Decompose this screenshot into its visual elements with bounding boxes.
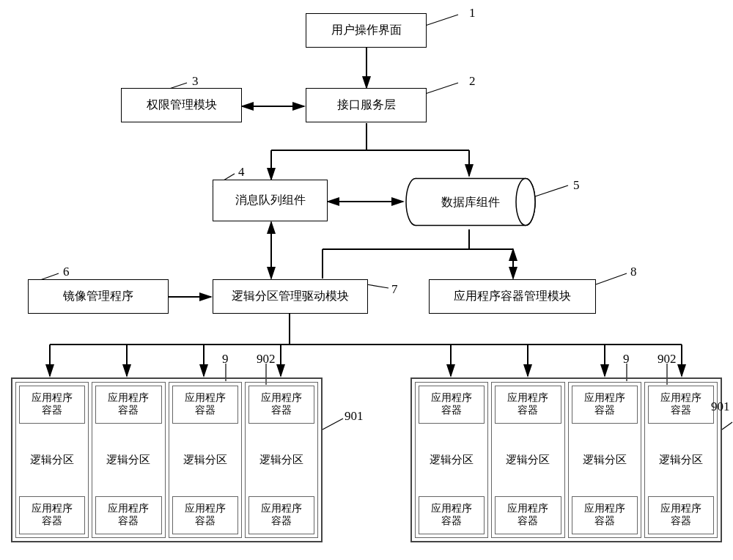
num-1: 1: [469, 6, 476, 21]
logic-partition-label: 逻辑分区: [95, 444, 161, 476]
logic-partition-col: 应用程序 容器 逻辑分区 应用程序 容器: [415, 382, 488, 538]
node-label: 用户操作界面: [331, 23, 402, 38]
node-interface-service: 接口服务层: [306, 88, 427, 122]
node-image-mgmt: 镜像管理程序: [28, 279, 169, 314]
node-label: 数据库组件: [405, 194, 537, 210]
app-container-cell: 应用程序 容器: [419, 496, 485, 534]
app-container-cell: 应用程序 容器: [419, 386, 485, 424]
app-container-cell: 应用程序 容器: [95, 496, 161, 534]
svg-line-37: [722, 422, 732, 430]
server-group-left: 应用程序 容器 逻辑分区 应用程序 容器 应用程序 容器 逻辑分区 应用程序 容…: [11, 377, 323, 542]
logic-partition-label: 逻辑分区: [248, 444, 314, 476]
app-container-cell: 应用程序 容器: [648, 496, 714, 534]
node-user-interface: 用户操作界面: [306, 13, 427, 48]
node-label: 权限管理模块: [147, 97, 217, 113]
svg-line-34: [323, 419, 343, 430]
node-label: 镜像管理程序: [63, 289, 133, 304]
logic-partition-col: 应用程序 容器 逻辑分区 应用程序 容器: [15, 382, 89, 538]
logic-partition-label: 逻辑分区: [419, 444, 485, 476]
svg-line-30: [366, 284, 388, 288]
num-6: 6: [63, 265, 70, 279]
logic-partition-col: 应用程序 容器 逻辑分区 应用程序 容器: [245, 382, 318, 538]
node-label: 接口服务层: [337, 97, 396, 113]
num-902: 902: [257, 352, 276, 366]
num-5: 5: [573, 178, 580, 193]
num-8: 8: [630, 265, 637, 279]
logic-partition-col: 应用程序 容器 逻辑分区 应用程序 容器: [491, 382, 564, 538]
num-901: 901: [345, 409, 364, 424]
node-logic-partition-driver: 逻辑分区管理驱动模块: [213, 279, 368, 314]
app-container-cell: 应用程序 容器: [248, 386, 314, 424]
logic-partition-label: 逻辑分区: [19, 444, 85, 476]
app-container-cell: 应用程序 容器: [495, 496, 561, 534]
app-container-cell: 应用程序 容器: [648, 386, 714, 424]
logic-partition-col: 应用程序 容器 逻辑分区 应用程序 容器: [568, 382, 641, 538]
logic-partition-label: 逻辑分区: [495, 444, 561, 476]
logic-partition-col: 应用程序 容器 逻辑分区 应用程序 容器: [644, 382, 718, 538]
num-7: 7: [391, 282, 398, 297]
node-label: 应用程序容器管理模块: [454, 289, 571, 304]
node-app-container-mgmt: 应用程序容器管理模块: [429, 279, 596, 314]
app-container-cell: 应用程序 容器: [248, 496, 314, 534]
node-permission-mgmt: 权限管理模块: [121, 88, 242, 122]
node-message-queue: 消息队列组件: [213, 180, 328, 221]
node-label: 消息队列组件: [235, 193, 306, 208]
svg-line-28: [535, 185, 568, 196]
app-container-cell: 应用程序 容器: [172, 386, 238, 424]
server-group-right: 应用程序 容器 逻辑分区 应用程序 容器 应用程序 容器 逻辑分区 应用程序 容…: [410, 377, 722, 542]
logic-partition-label: 逻辑分区: [648, 444, 714, 476]
num-4: 4: [238, 165, 245, 180]
num-902: 902: [658, 352, 677, 366]
app-container-cell: 应用程序 容器: [95, 386, 161, 424]
node-database: 数据库组件: [405, 174, 537, 229]
logic-partition-col: 应用程序 容器 逻辑分区 应用程序 容器: [169, 382, 242, 538]
app-container-cell: 应用程序 容器: [495, 386, 561, 424]
logic-partition-label: 逻辑分区: [572, 444, 638, 476]
svg-line-24: [425, 15, 458, 26]
num-9: 9: [222, 352, 229, 366]
app-container-cell: 应用程序 容器: [572, 496, 638, 534]
svg-line-25: [425, 83, 458, 94]
num-9: 9: [623, 352, 630, 366]
app-container-cell: 应用程序 容器: [172, 496, 238, 534]
svg-line-31: [596, 273, 627, 284]
logic-partition-label: 逻辑分区: [172, 444, 238, 476]
num-901: 901: [711, 399, 730, 414]
node-label: 逻辑分区管理驱动模块: [232, 289, 349, 304]
app-container-cell: 应用程序 容器: [572, 386, 638, 424]
app-container-cell: 应用程序 容器: [19, 496, 85, 534]
logic-partition-col: 应用程序 容器 逻辑分区 应用程序 容器: [92, 382, 165, 538]
app-container-cell: 应用程序 容器: [19, 386, 85, 424]
num-2: 2: [469, 74, 476, 89]
num-3: 3: [192, 74, 199, 89]
